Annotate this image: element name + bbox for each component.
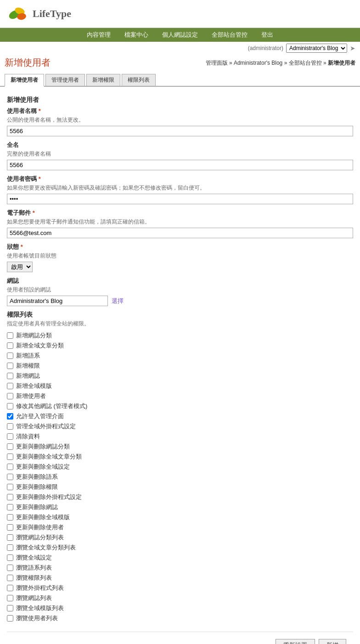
permission-item: 瀏覽全域文章分類列表 xyxy=(7,543,353,552)
permission-checkbox[interactable] xyxy=(7,534,13,541)
form-section-title: 新增使用者 xyxy=(7,96,353,104)
fullname-field-group: 全名 完整的使用者名稱 xyxy=(7,141,353,175)
permission-label: 瀏覽全域文章分類列表 xyxy=(16,543,76,552)
permission-label: 更新與刪除外掛程式設定 xyxy=(16,493,82,501)
blog-input[interactable] xyxy=(7,296,108,306)
permission-checkbox[interactable] xyxy=(7,413,13,420)
permission-label: 允許登入管理介面 xyxy=(16,412,64,420)
status-desc: 使用者帳號目前狀態 xyxy=(7,252,353,260)
breadcrumb-item-3: 全部站台管控 xyxy=(289,60,322,66)
permission-checkbox[interactable] xyxy=(7,605,13,611)
nav-content[interactable]: 內容管理 xyxy=(87,31,111,39)
permission-label: 新增權限 xyxy=(16,362,40,370)
permission-label: 更新與刪除網誌分類 xyxy=(16,442,70,451)
permission-checkbox[interactable] xyxy=(7,403,13,409)
email-input[interactable] xyxy=(7,228,353,238)
reset-button[interactable]: 重新設置 xyxy=(276,639,315,644)
logo-text: LifeType xyxy=(33,8,71,20)
page-title: 新增使用者 xyxy=(5,56,51,69)
tab-permission-list[interactable]: 權限列表 xyxy=(122,74,156,86)
blog-selector[interactable]: Administrator's Blog xyxy=(286,44,347,53)
password-input[interactable] xyxy=(7,194,353,204)
status-field-group: 狀態 * 使用者帳號目前狀態 啟用停用 xyxy=(7,243,353,272)
header: LifeType xyxy=(0,0,360,28)
top-right-bar: (administrator) Administrator's Blog ➤ xyxy=(0,42,360,55)
password-desc: 如果你想要更改密碼請輸入新密碼及確認密碼；如果您不想修改密碼，留白便可。 xyxy=(7,184,353,192)
tab-add-permission[interactable]: 新增權限 xyxy=(86,74,120,86)
username-label: 使用者名稱 * xyxy=(7,107,353,115)
permission-label: 新增網誌 xyxy=(16,372,40,380)
breadcrumb-item-2: Administrator's Blog xyxy=(234,60,282,66)
permission-checkbox[interactable] xyxy=(7,514,13,521)
permission-label: 更新與刪除全域模版 xyxy=(16,513,70,521)
permission-checkbox[interactable] xyxy=(7,363,13,369)
permission-checkbox[interactable] xyxy=(7,615,13,622)
permission-checkbox[interactable] xyxy=(7,554,13,561)
permission-checkbox[interactable] xyxy=(7,575,13,581)
tab-add-user[interactable]: 新增使用者 xyxy=(5,74,44,87)
permission-checkbox[interactable] xyxy=(7,484,13,490)
permission-label: 瀏覽外掛程式列表 xyxy=(16,584,64,592)
nav-files[interactable]: 檔案中心 xyxy=(124,31,148,39)
permission-checkbox[interactable] xyxy=(7,433,13,440)
permission-checkbox[interactable] xyxy=(7,504,13,510)
permission-checkbox[interactable] xyxy=(7,464,13,470)
permission-label: 更新與刪除語系 xyxy=(16,473,58,481)
permission-label: 瀏覽網誌列表 xyxy=(16,594,52,602)
admin-label: (administrator) xyxy=(248,45,283,51)
permission-label: 更新與刪除使用者 xyxy=(16,523,64,532)
permission-checkbox[interactable] xyxy=(7,393,13,399)
permission-checkbox[interactable] xyxy=(7,353,13,359)
username-input[interactable] xyxy=(7,126,353,136)
email-label: 電子郵件 * xyxy=(7,209,353,217)
fullname-label: 全名 xyxy=(7,141,353,149)
permission-checkbox[interactable] xyxy=(7,474,13,480)
status-select[interactable]: 啟用停用 xyxy=(7,262,33,272)
permission-checkbox[interactable] xyxy=(7,524,13,531)
permission-checkbox[interactable] xyxy=(7,494,13,500)
fullname-input[interactable] xyxy=(7,160,353,170)
permission-checkbox[interactable] xyxy=(7,454,13,460)
nav-logout[interactable]: 登出 xyxy=(261,31,273,39)
breadcrumb: 管理面版 » Administrator's Blog » 全部站台管控 » 新… xyxy=(5,56,355,67)
nav-personal[interactable]: 個人網誌設定 xyxy=(162,31,198,39)
tab-manage-user[interactable]: 管理使用者 xyxy=(45,74,85,86)
blog-select-link[interactable]: 選擇 xyxy=(112,297,124,305)
permission-checkbox[interactable] xyxy=(7,443,13,450)
permission-label: 新增網誌分類 xyxy=(16,331,52,340)
permission-checkbox[interactable] xyxy=(7,342,13,349)
permission-checkbox[interactable] xyxy=(7,544,13,551)
submit-button[interactable]: 新增 xyxy=(319,639,346,644)
permission-checkbox[interactable] xyxy=(7,595,13,601)
status-label: 狀態 * xyxy=(7,243,353,251)
permission-item: 瀏覽語系列表 xyxy=(7,564,353,572)
permission-checkbox[interactable] xyxy=(7,383,13,389)
permission-item: 更新與刪除外掛程式設定 xyxy=(7,493,353,501)
permission-item: 更新與刪除權限 xyxy=(7,483,353,491)
permission-label: 瀏覽使用者列表 xyxy=(16,614,58,622)
permission-item: 修改其他網誌 (管理者模式) xyxy=(7,402,353,410)
permission-item: 新增權限 xyxy=(7,362,353,370)
nav-bar: 內容管理 檔案中心 個人網誌設定 全部站台管控 登出 xyxy=(0,28,360,42)
go-blog-icon[interactable]: ➤ xyxy=(350,45,355,52)
logo-icon xyxy=(7,5,29,23)
permission-label: 管理全域外掛程式設定 xyxy=(16,422,76,431)
permission-item: 允許登入管理介面 xyxy=(7,412,353,420)
permissions-title: 權限列表 xyxy=(7,311,353,319)
permission-checkbox[interactable] xyxy=(7,373,13,379)
permission-item: 瀏覽全域模版列表 xyxy=(7,604,353,612)
email-desc: 如果您想要使用電子郵件通知信功能，請填寫正確的信箱。 xyxy=(7,218,353,226)
permission-label: 瀏覽權限列表 xyxy=(16,574,52,582)
permission-label: 清除資料 xyxy=(16,432,40,441)
permission-checkbox[interactable] xyxy=(7,423,13,430)
permissions-section: 權限列表 指定使用者具有管理全站的權限。 新增網誌分類新增全域文章分類新增語系新… xyxy=(7,311,353,622)
permission-checkbox[interactable] xyxy=(7,565,13,571)
password-field-group: 使用者密碼 * 如果你想要更改密碼請輸入新密碼及確認密碼；如果您不想修改密碼，留… xyxy=(7,175,353,209)
permission-item: 瀏覽權限列表 xyxy=(7,574,353,582)
permission-checkbox[interactable] xyxy=(7,585,13,591)
blog-label: 網誌 xyxy=(7,277,353,285)
permission-checkbox[interactable] xyxy=(7,332,13,339)
permission-label: 瀏覽網誌分類列表 xyxy=(16,533,64,542)
nav-admin[interactable]: 全部站台管控 xyxy=(212,31,248,39)
breadcrumb-item-1: 管理面版 xyxy=(206,60,228,66)
